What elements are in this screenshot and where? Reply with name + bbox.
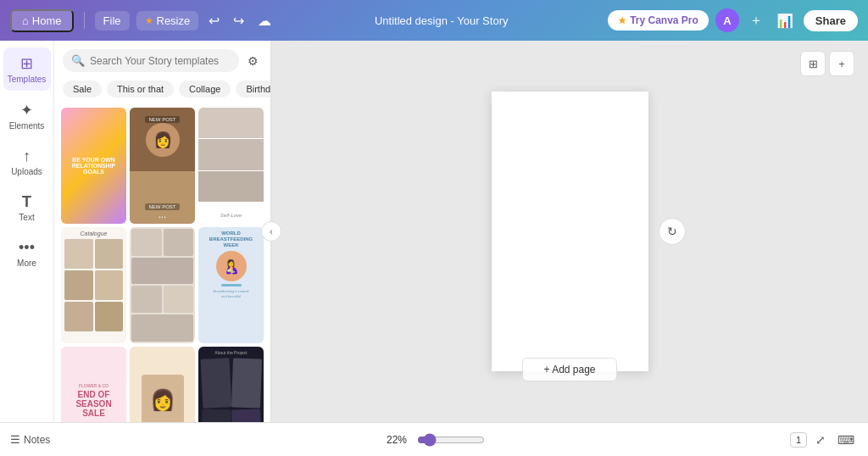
- bottom-right: 1 ⤢ ⌨: [790, 430, 858, 450]
- panel-collapse-button[interactable]: ‹: [261, 221, 281, 242]
- sidebar-item-uploads[interactable]: ↑ Uploads: [3, 141, 51, 183]
- template-grid: BE YOUR OWNRELATIONSHIPGOALS 👩 NEW POST: [54, 104, 270, 422]
- template-card[interactable]: About the Project: [198, 347, 264, 422]
- document-title: Untitled design - Your Story: [281, 14, 601, 27]
- topbar: ⌂ Home File ★ Resize ↩ ↪ ☁ Untitled desi…: [0, 0, 868, 41]
- crown-icon: ★: [145, 15, 153, 26]
- home-button[interactable]: ⌂ Home: [10, 9, 74, 32]
- topbar-right: ★ Try Canva Pro A ＋ 📊 Share: [608, 8, 858, 33]
- add-page-toolbar-button[interactable]: +: [829, 51, 854, 76]
- undo-button[interactable]: ↩: [205, 9, 223, 32]
- page-indicator: 1: [790, 432, 807, 448]
- grid-view-button[interactable]: ⊞: [800, 51, 826, 76]
- template-card[interactable]: [130, 227, 195, 343]
- canvas-area: ⊞ + ↻ + Add page: [271, 41, 868, 422]
- sidebar-item-templates[interactable]: ⊞ Templates: [3, 47, 51, 91]
- tag-this-or-that[interactable]: This or that: [107, 81, 174, 97]
- zoom-control: 22%: [383, 433, 485, 447]
- tag-sale[interactable]: Sale: [63, 81, 102, 97]
- template-card[interactable]: 👩 NEW POST NEW POST • • •: [130, 108, 195, 224]
- template-card[interactable]: Catalogue: [61, 227, 126, 343]
- resize-button[interactable]: ★ Resize: [136, 11, 199, 31]
- template-card[interactable]: BE YOUR OWNRELATIONSHIPGOALS: [61, 108, 126, 224]
- template-card[interactable]: Self-Love: [198, 108, 264, 224]
- avatar-button[interactable]: A: [715, 8, 739, 32]
- star-icon: ★: [618, 15, 626, 26]
- filter-button[interactable]: ⚙: [244, 51, 262, 71]
- add-button[interactable]: ＋: [746, 8, 766, 33]
- file-button[interactable]: File: [95, 11, 130, 31]
- analytics-button[interactable]: 📊: [773, 9, 797, 32]
- refresh-button[interactable]: ↻: [659, 218, 686, 245]
- canvas-container: ↻: [492, 92, 648, 371]
- canvas-toolbar: ⊞ +: [800, 51, 854, 76]
- search-input[interactable]: [90, 55, 231, 67]
- zoom-value: 22%: [383, 434, 410, 446]
- main-layout: ⊞ Templates ✦ Elements ↑ Uploads T Text …: [0, 41, 868, 422]
- filter-tags: Sale This or that Collage Birthday ›: [54, 77, 270, 104]
- notes-button[interactable]: ☰ Notes: [10, 433, 50, 446]
- cloud-button[interactable]: ☁: [254, 9, 275, 32]
- uploads-icon: ↑: [23, 147, 31, 165]
- notes-icon: ☰: [10, 433, 20, 446]
- add-page-button[interactable]: + Add page: [522, 358, 616, 381]
- icon-bar: ⊞ Templates ✦ Elements ↑ Uploads T Text …: [0, 41, 54, 422]
- template-card[interactable]: FLOWER & CO END OF SEASONSALE Up to 50% …: [61, 347, 126, 422]
- redo-button[interactable]: ↪: [230, 9, 248, 32]
- sidebar-item-elements[interactable]: ✦ Elements: [3, 94, 51, 137]
- home-icon: ⌂: [22, 14, 29, 27]
- more-icon: •••: [19, 239, 35, 257]
- template-panel: 🔍 ⚙ Sale This or that Collage Birthday ›…: [54, 41, 271, 422]
- fullscreen-button[interactable]: ⤢: [812, 430, 829, 450]
- templates-icon: ⊞: [20, 54, 33, 73]
- keyboard-shortcut-button[interactable]: ⌨: [834, 430, 858, 450]
- bottom-bar: ☰ Notes 22% 1 ⤢ ⌨: [0, 422, 868, 456]
- elements-icon: ✦: [20, 101, 33, 120]
- search-input-wrap[interactable]: 🔍: [63, 49, 239, 72]
- search-bar: 🔍 ⚙: [54, 41, 270, 77]
- zoom-slider[interactable]: [417, 433, 485, 447]
- tag-birthday[interactable]: Birthday: [236, 81, 270, 97]
- template-card[interactable]: 👩 let beauty be art: [130, 347, 195, 422]
- divider-1: [84, 12, 85, 29]
- text-icon: T: [22, 193, 31, 211]
- search-icon: 🔍: [71, 54, 85, 67]
- template-card[interactable]: WORLDBREASTFEEDINGWEEK 🤱 Breastfeeding i…: [198, 227, 264, 343]
- sidebar-item-more[interactable]: ••• More: [3, 232, 51, 275]
- sidebar-item-text[interactable]: T Text: [3, 186, 51, 229]
- share-button[interactable]: Share: [804, 10, 858, 31]
- try-pro-button[interactable]: ★ Try Canva Pro: [608, 10, 709, 31]
- template-panel-wrapper: 🔍 ⚙ Sale This or that Collage Birthday ›…: [54, 41, 271, 422]
- tag-collage[interactable]: Collage: [179, 81, 231, 97]
